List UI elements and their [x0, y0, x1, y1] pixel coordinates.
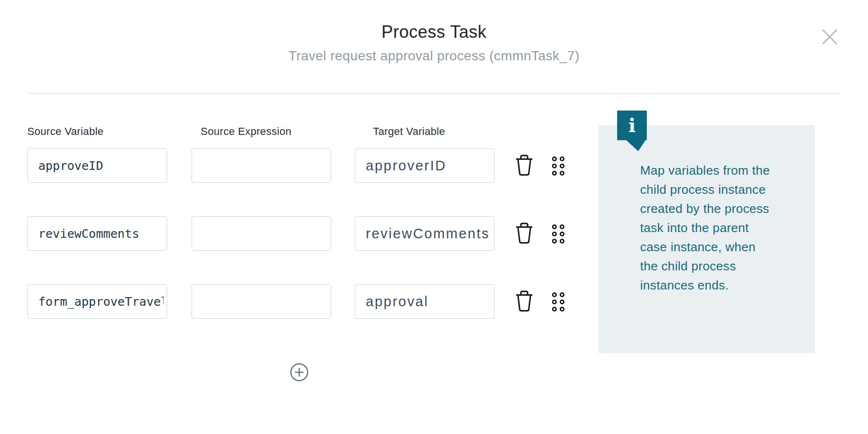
source-expression-input[interactable]	[192, 284, 331, 319]
delete-row-button[interactable]	[514, 221, 534, 245]
target-variable-input[interactable]	[355, 284, 495, 319]
source-variable-input[interactable]	[27, 148, 167, 183]
column-header-source-expression: Source Expression	[201, 125, 292, 138]
header-divider	[27, 93, 841, 94]
target-variable-input[interactable]	[355, 216, 495, 251]
info-icon: i	[617, 111, 647, 140]
add-row-button[interactable]	[289, 362, 309, 382]
drag-row-handle[interactable]	[551, 223, 566, 245]
drag-handle-icon	[551, 307, 566, 314]
info-icon-glyph: i	[628, 116, 635, 135]
drag-row-handle[interactable]	[551, 291, 566, 313]
dialog-subtitle: Travel request approval process (cmmnTas…	[0, 48, 868, 64]
delete-row-button[interactable]	[514, 289, 534, 313]
trash-icon	[515, 238, 534, 245]
source-expression-input[interactable]	[192, 216, 331, 251]
trash-icon	[515, 306, 534, 313]
close-button[interactable]	[820, 27, 840, 47]
source-variable-input[interactable]	[27, 216, 167, 251]
delete-row-button[interactable]	[514, 153, 534, 178]
target-variable-input[interactable]	[355, 148, 495, 183]
trash-icon	[515, 170, 534, 178]
info-panel-text: Map variables from the child process ins…	[640, 161, 775, 295]
page-title: Process Task	[0, 22, 868, 42]
drag-row-handle[interactable]	[551, 155, 566, 177]
source-variable-input[interactable]	[27, 284, 167, 319]
plus-icon	[289, 377, 309, 384]
column-header-source-variable: Source Variable	[27, 125, 103, 138]
column-header-target-variable: Target Variable	[373, 125, 445, 138]
close-icon	[820, 41, 840, 48]
drag-handle-icon	[551, 239, 566, 246]
source-expression-input[interactable]	[192, 148, 331, 183]
process-task-dialog: Process Task Travel request approval pro…	[0, 0, 868, 434]
drag-handle-icon	[551, 171, 566, 178]
